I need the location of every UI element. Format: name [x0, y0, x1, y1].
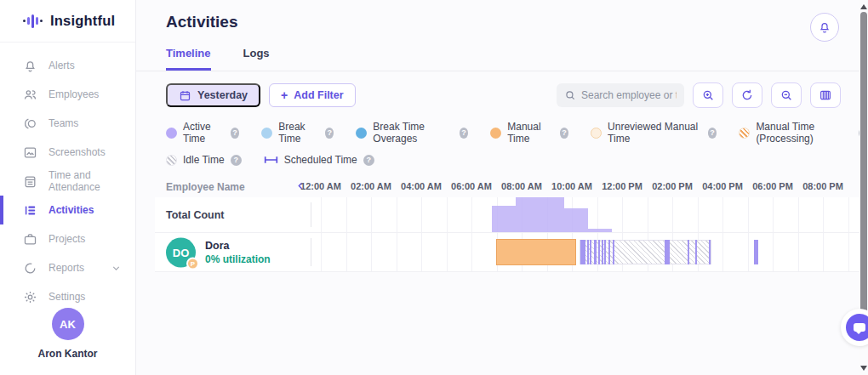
sidebar-item-screenshots[interactable]: Screenshots: [0, 138, 135, 167]
time-tick-label: 08:00 PM: [802, 181, 843, 191]
sidebar-item-activities[interactable]: Activities: [0, 196, 135, 224]
brand-logo[interactable]: Insightful: [0, 0, 135, 43]
employee-cell: DO P Dora 0% utilization: [166, 237, 271, 267]
gridline: [722, 233, 723, 271]
attendance-icon: [22, 173, 37, 189]
columns-view-button[interactable]: [810, 82, 841, 108]
active-time-segment: [602, 240, 603, 264]
gridline: [421, 233, 422, 271]
user-profile[interactable]: AK Aron Kantor: [0, 308, 135, 360]
search-box[interactable]: [557, 83, 684, 107]
help-icon[interactable]: ?: [325, 128, 334, 139]
gridline: [397, 197, 397, 232]
total-count-label: Total Count: [166, 209, 225, 221]
gridline: [748, 233, 749, 271]
sidebar-item-label: Alerts: [49, 60, 75, 71]
sidebar: Insightful Alerts Employees Teams Screen…: [0, 0, 136, 375]
sidebar-item-reports[interactable]: Reports: [0, 253, 135, 282]
help-icon[interactable]: ?: [708, 128, 717, 139]
help-icon[interactable]: ?: [363, 155, 374, 166]
legend-label: Active Time: [183, 121, 225, 145]
gridline: [597, 197, 598, 232]
active-time-segment: [695, 240, 697, 264]
add-filter-label: Add Filter: [294, 89, 343, 101]
zoom-out-button[interactable]: [771, 82, 802, 108]
notifications-button[interactable]: [810, 13, 839, 42]
tab-timeline[interactable]: Timeline: [166, 47, 211, 71]
page-header: Activities: [136, 0, 868, 42]
reset-view-button[interactable]: [732, 82, 762, 108]
time-tick-label: 04:00 AM: [401, 181, 442, 191]
total-count-bar: [516, 197, 565, 232]
total-count-grid: [311, 197, 859, 232]
avatar[interactable]: AK: [52, 308, 84, 340]
gridline: [471, 233, 472, 271]
gridline: [447, 233, 448, 271]
chat-bubble-icon: [846, 314, 868, 341]
sidebar-item-alerts[interactable]: Alerts: [0, 51, 135, 80]
sidebar-item-label: Projects: [49, 233, 85, 245]
refresh-icon: [740, 88, 754, 102]
gridline: [346, 197, 347, 232]
sidebar-item-employees[interactable]: Employees: [0, 80, 135, 109]
scrollbar-thumb[interactable]: [860, 12, 867, 318]
sidebar-item-projects[interactable]: Projects: [0, 224, 135, 253]
zoom-in-button[interactable]: [693, 82, 723, 108]
activities-icon: [22, 202, 37, 218]
idle-time-swatch: [166, 155, 177, 166]
gridline: [371, 233, 372, 271]
columns-icon: [819, 88, 832, 102]
legend-label: Manual Time: [507, 121, 554, 145]
brand-name: Insightful: [50, 13, 115, 29]
scroll-up-icon[interactable]: [860, 4, 867, 9]
active-time-segment: [665, 240, 670, 264]
sidebar-item-label: Teams: [49, 117, 78, 129]
help-icon[interactable]: ?: [231, 155, 242, 166]
gridline: [823, 197, 824, 232]
employee-timeline-grid: [311, 233, 859, 271]
gridline: [397, 233, 397, 271]
gridline: [471, 197, 472, 232]
help-icon[interactable]: ?: [231, 128, 239, 139]
sidebar-item-label: Time and Attendance: [49, 169, 135, 193]
gridline: [447, 197, 448, 232]
legend-manual-time: Manual Time ?: [490, 121, 568, 145]
help-icon[interactable]: ?: [460, 128, 469, 139]
active-time-segment: [613, 240, 614, 264]
bell-icon: [22, 58, 37, 73]
sidebar-item-time-and-attendance[interactable]: Time and Attendance: [0, 167, 135, 196]
employee-name-column-header: Employee Name: [166, 181, 245, 193]
total-count-bar: [588, 229, 612, 232]
sidebar-item-settings[interactable]: Settings: [0, 282, 135, 311]
add-filter-button[interactable]: + Add Filter: [269, 83, 356, 107]
search-input[interactable]: [581, 89, 677, 101]
time-tick-label: 08:00 AM: [501, 181, 542, 191]
sidebar-item-label: Reports: [49, 262, 84, 274]
active-time-segment: [604, 240, 606, 264]
gridline: [321, 233, 322, 271]
active-time-segment: [594, 240, 597, 264]
legend-break-time-overages: Break Time Overages ?: [356, 121, 468, 145]
gridline: [773, 233, 774, 271]
sidebar-item-label: Activities: [49, 204, 94, 216]
help-icon[interactable]: ?: [560, 128, 568, 139]
scroll-down-icon[interactable]: [860, 366, 867, 371]
employee-row[interactable]: DO P Dora 0% utilization: [155, 233, 859, 272]
time-axis: 12:00 AM02:00 AM04:00 AM06:00 AM08:00 AM…: [311, 175, 859, 197]
manual-time-segment: [496, 239, 576, 265]
sidebar-nav: Alerts Employees Teams Screenshots Time …: [0, 51, 135, 311]
gridline: [848, 197, 849, 232]
total-count-row: Total Count: [155, 197, 859, 233]
legend-scheduled-time: Scheduled Time ?: [264, 154, 374, 166]
plus-icon: +: [281, 88, 288, 102]
active-time-segment: [587, 240, 589, 264]
time-tick-label: 10:00 AM: [551, 181, 592, 191]
teams-icon: [22, 116, 37, 131]
sidebar-item-teams[interactable]: Teams: [0, 109, 135, 138]
total-count-bar: [492, 206, 516, 232]
insightful-pulse-icon: [23, 14, 43, 28]
tab-logs[interactable]: Logs: [243, 47, 270, 71]
date-filter-button[interactable]: Yesterday: [166, 83, 260, 107]
legend-active-time: Active Time ?: [166, 121, 239, 145]
zoom-in-icon: [701, 88, 715, 102]
